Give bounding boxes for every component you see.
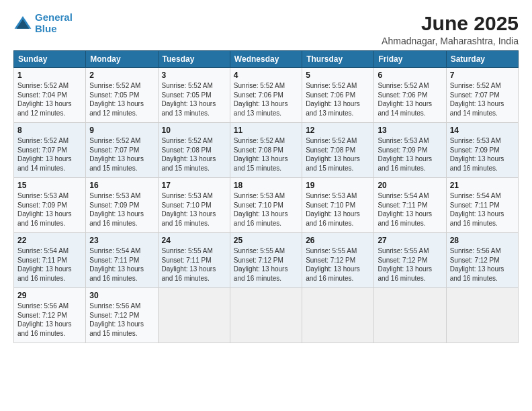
list-item: 9 Sunrise: 5:52 AMSunset: 7:07 PMDayligh… bbox=[86, 123, 158, 178]
list-item: 23 Sunrise: 5:54 AMSunset: 7:11 PMDaylig… bbox=[86, 233, 158, 288]
list-item: 10 Sunrise: 5:52 AMSunset: 7:08 PMDaylig… bbox=[158, 123, 230, 178]
col-sunday: Sunday bbox=[14, 51, 86, 68]
list-item: 27 Sunrise: 5:55 AMSunset: 7:12 PMDaylig… bbox=[374, 233, 446, 288]
col-thursday: Thursday bbox=[302, 51, 374, 68]
list-item: 16 Sunrise: 5:53 AMSunset: 7:09 PMDaylig… bbox=[86, 178, 158, 233]
list-item: 28 Sunrise: 5:56 AMSunset: 7:12 PMDaylig… bbox=[446, 233, 518, 288]
list-item: 29 Sunrise: 5:56 AMSunset: 7:12 PMDaylig… bbox=[14, 288, 86, 343]
empty-cell bbox=[446, 288, 518, 343]
list-item: 4 Sunrise: 5:52 AMSunset: 7:06 PMDayligh… bbox=[230, 68, 302, 123]
list-item: 24 Sunrise: 5:55 AMSunset: 7:11 PMDaylig… bbox=[158, 233, 230, 288]
calendar-header-row: Sunday Monday Tuesday Wednesday Thursday… bbox=[14, 51, 519, 68]
list-item: 18 Sunrise: 5:53 AMSunset: 7:10 PMDaylig… bbox=[230, 178, 302, 233]
col-saturday: Saturday bbox=[446, 51, 518, 68]
list-item: 13 Sunrise: 5:53 AMSunset: 7:09 PMDaylig… bbox=[374, 123, 446, 178]
table-row: 1 Sunrise: 5:52 AMSunset: 7:04 PMDayligh… bbox=[14, 68, 519, 123]
page: General Blue June 2025 Ahmadnagar, Mahar… bbox=[0, 0, 532, 411]
list-item: 25 Sunrise: 5:55 AMSunset: 7:12 PMDaylig… bbox=[230, 233, 302, 288]
main-title: June 2025 bbox=[382, 12, 519, 34]
list-item: 26 Sunrise: 5:55 AMSunset: 7:12 PMDaylig… bbox=[302, 233, 374, 288]
list-item: 14 Sunrise: 5:53 AMSunset: 7:09 PMDaylig… bbox=[446, 123, 518, 178]
table-row: 22 Sunrise: 5:54 AMSunset: 7:11 PMDaylig… bbox=[14, 233, 519, 288]
list-item: 8 Sunrise: 5:52 AMSunset: 7:07 PMDayligh… bbox=[14, 123, 86, 178]
list-item: 20 Sunrise: 5:54 AMSunset: 7:11 PMDaylig… bbox=[374, 178, 446, 233]
list-item: 7 Sunrise: 5:52 AMSunset: 7:07 PMDayligh… bbox=[446, 68, 518, 123]
logo-icon bbox=[13, 14, 32, 33]
col-tuesday: Tuesday bbox=[158, 51, 230, 68]
header: General Blue June 2025 Ahmadnagar, Mahar… bbox=[13, 12, 519, 46]
list-item: 21 Sunrise: 5:54 AMSunset: 7:11 PMDaylig… bbox=[446, 178, 518, 233]
list-item: 5 Sunrise: 5:52 AMSunset: 7:06 PMDayligh… bbox=[302, 68, 374, 123]
list-item: 1 Sunrise: 5:52 AMSunset: 7:04 PMDayligh… bbox=[14, 68, 86, 123]
logo-text: General Blue bbox=[35, 12, 73, 34]
table-row: 8 Sunrise: 5:52 AMSunset: 7:07 PMDayligh… bbox=[14, 123, 519, 178]
list-item: 2 Sunrise: 5:52 AMSunset: 7:05 PMDayligh… bbox=[86, 68, 158, 123]
empty-cell bbox=[230, 288, 302, 343]
col-monday: Monday bbox=[86, 51, 158, 68]
list-item: 17 Sunrise: 5:53 AMSunset: 7:10 PMDaylig… bbox=[158, 178, 230, 233]
list-item: 6 Sunrise: 5:52 AMSunset: 7:06 PMDayligh… bbox=[374, 68, 446, 123]
col-wednesday: Wednesday bbox=[230, 51, 302, 68]
list-item: 22 Sunrise: 5:54 AMSunset: 7:11 PMDaylig… bbox=[14, 233, 86, 288]
calendar: Sunday Monday Tuesday Wednesday Thursday… bbox=[13, 50, 519, 343]
empty-cell bbox=[158, 288, 230, 343]
list-item: 30 Sunrise: 5:56 AMSunset: 7:12 PMDaylig… bbox=[86, 288, 158, 343]
list-item: 19 Sunrise: 5:53 AMSunset: 7:10 PMDaylig… bbox=[302, 178, 374, 233]
title-block: June 2025 Ahmadnagar, Maharashtra, India bbox=[382, 12, 519, 46]
empty-cell bbox=[302, 288, 374, 343]
table-row: 29 Sunrise: 5:56 AMSunset: 7:12 PMDaylig… bbox=[14, 288, 519, 343]
list-item: 3 Sunrise: 5:52 AMSunset: 7:05 PMDayligh… bbox=[158, 68, 230, 123]
logo: General Blue bbox=[13, 12, 73, 34]
list-item: 15 Sunrise: 5:53 AMSunset: 7:09 PMDaylig… bbox=[14, 178, 86, 233]
subtitle: Ahmadnagar, Maharashtra, India bbox=[382, 36, 519, 46]
empty-cell bbox=[374, 288, 446, 343]
list-item: 11 Sunrise: 5:52 AMSunset: 7:08 PMDaylig… bbox=[230, 123, 302, 178]
logo-line1: General bbox=[35, 11, 73, 23]
col-friday: Friday bbox=[374, 51, 446, 68]
list-item: 12 Sunrise: 5:52 AMSunset: 7:08 PMDaylig… bbox=[302, 123, 374, 178]
logo-line2: Blue bbox=[35, 23, 57, 34]
table-row: 15 Sunrise: 5:53 AMSunset: 7:09 PMDaylig… bbox=[14, 178, 519, 233]
